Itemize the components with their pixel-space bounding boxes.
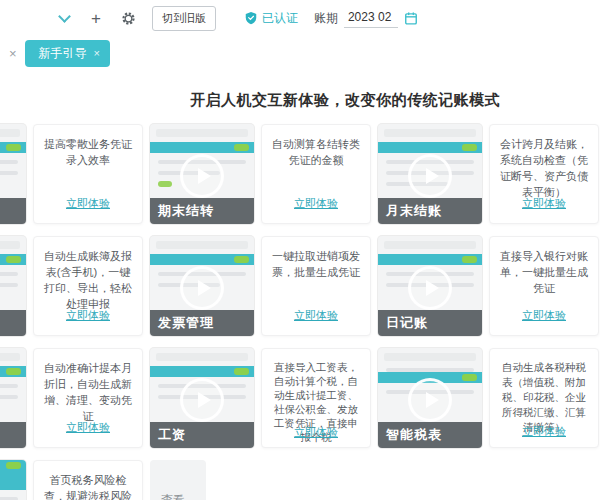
feature-card: 自动准确计提本月折旧，自动生成新增、清理、变动凭证 立即体验: [33, 348, 143, 448]
feature-card: 提高零散业务凭证录入效率 立即体验: [33, 124, 143, 224]
period-label: 账期: [314, 10, 338, 27]
feature-desc: 首页税务风险检查，规避涉税风险: [41, 472, 135, 500]
certified-badge[interactable]: 已认证: [244, 10, 298, 27]
play-icon[interactable]: [408, 378, 452, 422]
settings-gear-icon[interactable]: [121, 11, 136, 26]
play-icon[interactable]: [180, 266, 224, 310]
view-more-button[interactable]: 查看 更多 ›: [150, 460, 206, 500]
feature-grid: 提高零散业务凭证录入效率 立即体验 期末结转 自动测算各结转类凭证的金额 立即体…: [0, 124, 600, 500]
video-card[interactable]: 月末结账: [378, 124, 482, 224]
video-card[interactable]: 日记账: [378, 236, 482, 336]
feature-desc: 一键拉取进销项发票，批量生成凭证: [269, 248, 363, 280]
feature-card: 自动测算各结转类凭证的金额 立即体验: [261, 124, 371, 224]
play-icon[interactable]: [408, 266, 452, 310]
experience-link[interactable]: 立即体验: [34, 420, 142, 435]
video-card[interactable]: [0, 124, 26, 224]
play-icon[interactable]: [180, 378, 224, 422]
grid-row: 自动生成账簿及报表(含手机)，一键打印、导出，轻松处理申报 立即体验 发票管理 …: [0, 236, 600, 336]
top-bar: + 切到旧版 已认证 账期 2023 02: [0, 0, 600, 36]
video-card-title: [0, 422, 26, 448]
video-card[interactable]: 智能税表: [378, 348, 482, 448]
feature-card: 自动生成各税种税表（增值税、附加税、印花税、企业所得税汇缴、汇算清缴等） 立即体…: [489, 348, 599, 448]
feature-desc: 提高零散业务凭证录入效率: [41, 136, 135, 168]
period-value-input[interactable]: 2023 02: [344, 9, 398, 28]
play-icon[interactable]: [408, 154, 452, 198]
certified-label: 已认证: [262, 10, 298, 27]
feature-card: 会计跨月及结账，系统自动检查（凭证断号、资产负债表平衡） 立即体验: [489, 124, 599, 224]
experience-link[interactable]: 立即体验: [262, 425, 370, 440]
page-title: 开启人机交互新体验，改变你的传统记账模式: [0, 91, 600, 110]
video-card[interactable]: 期末结转: [150, 124, 254, 224]
video-card-title: 期末结转: [150, 198, 254, 224]
chevron-down-icon[interactable]: [58, 10, 71, 23]
video-card[interactable]: [0, 460, 26, 500]
grid-row: 自动准确计提本月折旧，自动生成新增、清理、变动凭证 立即体验 工资 直接导入工资…: [0, 348, 600, 448]
video-card[interactable]: 工资: [150, 348, 254, 448]
tab-label: 新手引导: [39, 45, 87, 62]
feature-desc: 直接导入银行对账单，一键批量生成凭证: [497, 248, 591, 296]
video-card-title: 智能税表: [378, 422, 482, 448]
feature-desc: 自动生成账簿及报表(含手机)，一键打印、导出，轻松处理申报: [41, 248, 135, 312]
video-card[interactable]: [0, 236, 26, 336]
close-icon[interactable]: ×: [9, 46, 17, 61]
add-tab-button[interactable]: +: [91, 10, 101, 27]
experience-link[interactable]: 立即体验: [490, 308, 598, 323]
video-card-title: 月末结账: [378, 198, 482, 224]
feature-card: 直接导入银行对账单，一键批量生成凭证 立即体验: [489, 236, 599, 336]
video-card-title: 发票管理: [150, 310, 254, 336]
experience-link[interactable]: 立即体验: [34, 308, 142, 323]
experience-link[interactable]: 立即体验: [262, 196, 370, 211]
grid-row: 提高零散业务凭证录入效率 立即体验 期末结转 自动测算各结转类凭证的金额 立即体…: [0, 124, 600, 224]
video-card[interactable]: [0, 348, 26, 448]
feature-desc: 自动准确计提本月折旧，自动生成新增、清理、变动凭证: [41, 360, 135, 424]
experience-link[interactable]: 立即体验: [34, 196, 142, 211]
feature-desc: 自动测算各结转类凭证的金额: [269, 136, 363, 168]
experience-link[interactable]: 立即体验: [490, 196, 598, 211]
tab-bar: × 新手引导 ×: [0, 36, 600, 70]
tab-close-icon[interactable]: ×: [94, 47, 100, 59]
video-card-title: [0, 310, 26, 336]
tab-beginner-guide[interactable]: 新手引导 ×: [25, 40, 110, 67]
play-icon[interactable]: [180, 154, 224, 198]
mini-window-bar: [0, 129, 20, 137]
accounting-period: 账期 2023 02: [314, 9, 418, 28]
view-more-label: 查看 更多: [161, 490, 185, 500]
switch-old-version-button[interactable]: 切到旧版: [152, 6, 216, 31]
feature-card: 自动生成账簿及报表(含手机)，一键打印、导出，轻松处理申报 立即体验: [33, 236, 143, 336]
video-card-title: 工资: [150, 422, 254, 448]
experience-link[interactable]: 立即体验: [490, 424, 598, 439]
video-card-title: [0, 198, 26, 224]
feature-card: 直接导入工资表，自动计算个税，自动生成计提工资、社保公积金、发放工资凭证，直接申…: [261, 348, 371, 448]
shield-icon: [244, 11, 258, 25]
chevron-right-icon: ›: [188, 495, 195, 500]
calendar-icon[interactable]: [404, 11, 418, 25]
feature-desc: 会计跨月及结账，系统自动检查（凭证断号、资产负债表平衡）: [497, 136, 591, 200]
feature-card: 首页税务风险检查，规避涉税风险 立即体验: [33, 460, 143, 500]
mini-teal-bar: [0, 142, 26, 153]
grid-row: 首页税务风险检查，规避涉税风险 立即体验 查看 更多 ›: [0, 460, 600, 500]
feature-card: 一键拉取进销项发票，批量生成凭证 立即体验: [261, 236, 371, 336]
experience-link[interactable]: 立即体验: [262, 308, 370, 323]
video-card-title: 日记账: [378, 310, 482, 336]
video-card[interactable]: 发票管理: [150, 236, 254, 336]
